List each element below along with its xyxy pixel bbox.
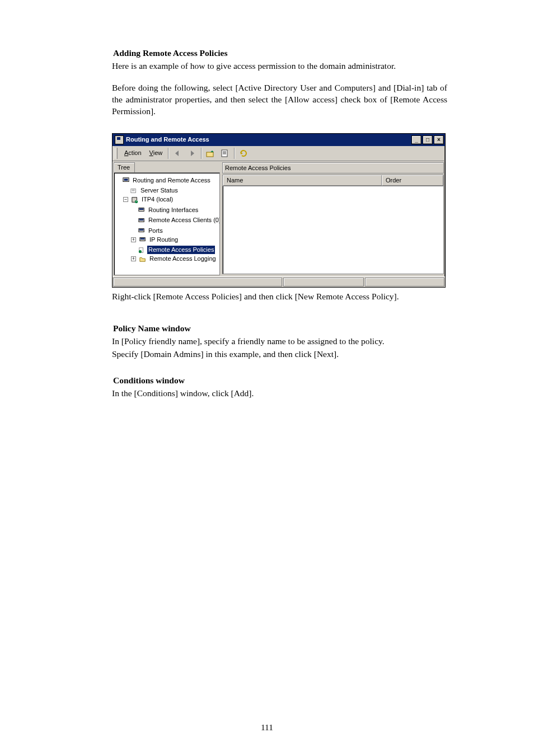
svg-rect-6	[124, 179, 128, 181]
clients-icon	[138, 217, 146, 224]
column-header-name[interactable]: Name	[223, 175, 382, 186]
right-pane-header: Remote Access Policies	[222, 162, 444, 174]
app-icon	[115, 135, 124, 144]
tree-host[interactable]: ITP4 (local)	[140, 195, 174, 204]
caption-right-click: Right-click [Remote Access Policies] and…	[112, 291, 447, 303]
tree-tab[interactable]: Tree	[114, 162, 135, 173]
page-number: 111	[0, 722, 534, 734]
status-bar	[113, 276, 445, 287]
para-policy-friendly-name: In [Policy friendly name], specify a fri…	[112, 336, 447, 348]
svg-rect-19	[140, 238, 145, 240]
server-status-icon	[130, 187, 138, 194]
svg-rect-0	[207, 152, 213, 157]
refresh-button[interactable]	[237, 147, 250, 159]
tree-ip-routing[interactable]: IP Routing	[148, 236, 179, 244]
window-title: Routing and Remote Access	[126, 135, 209, 144]
toolbar-grip-icon	[115, 148, 118, 159]
titlebar[interactable]: Routing and Remote Access _ □ ×	[113, 134, 445, 146]
para-before: Before doing the following, select [Acti…	[112, 82, 447, 118]
tree-routing-interfaces[interactable]: Routing Interfaces	[147, 206, 199, 214]
svg-rect-17	[139, 229, 144, 231]
menubar: Action View	[113, 146, 445, 161]
column-header-order[interactable]: Order	[382, 175, 443, 186]
tree-ra-policies[interactable]: Remote Access Policies	[147, 246, 215, 254]
para-conditions-add: In the [Conditions] window, click [Add].	[112, 388, 447, 400]
expander-plus-icon[interactable]: +	[131, 237, 136, 242]
svg-rect-15	[139, 219, 144, 220]
back-button[interactable]	[171, 147, 184, 159]
interfaces-icon	[138, 206, 146, 213]
minimize-button[interactable]: _	[411, 135, 421, 144]
arrow-left-icon	[173, 149, 182, 158]
ip-routing-icon	[139, 236, 147, 243]
folder-icon	[139, 256, 147, 262]
para-intro: Here is an example of how to give access…	[112, 60, 447, 72]
svg-point-11	[135, 200, 138, 203]
svg-rect-1	[222, 150, 227, 157]
console-root-icon	[122, 177, 130, 184]
ports-icon	[138, 227, 146, 234]
screenshot-rras-window: Routing and Remote Access _ □ × Action V…	[112, 133, 446, 288]
forward-button[interactable]	[185, 147, 199, 159]
tree-server-status[interactable]: Server Status	[139, 186, 179, 195]
toolbar-separator-icon	[234, 148, 235, 159]
svg-point-21	[139, 250, 142, 253]
properties-button[interactable]	[218, 147, 232, 159]
menu-action[interactable]: Action	[121, 148, 145, 158]
heading-adding-remote-access-policies: Adding Remote Access Policies	[113, 48, 447, 59]
tree-ports[interactable]: Ports	[147, 227, 164, 235]
expander-minus-icon[interactable]: −	[123, 197, 128, 202]
tree-ra-clients[interactable]: Remote Access Clients (0)	[147, 216, 220, 224]
list-view[interactable]: Name Order	[222, 175, 444, 274]
tree-ra-logging[interactable]: Remote Access Logging	[148, 255, 217, 263]
refresh-icon	[239, 149, 248, 158]
svg-rect-13	[139, 209, 144, 210]
arrow-right-icon	[188, 149, 196, 158]
properties-icon	[221, 149, 229, 158]
para-domain-admins: Specify [Domain Admins] in this example,…	[112, 349, 447, 360]
menu-view[interactable]: View	[146, 148, 166, 158]
close-button[interactable]: ×	[434, 135, 444, 144]
expander-plus-icon[interactable]: +	[131, 256, 136, 261]
up-button[interactable]	[204, 147, 217, 159]
heading-conditions-window: Conditions window	[113, 375, 447, 387]
tree-view[interactable]: Routing and Remote Access Server Status	[115, 174, 218, 263]
tree-root[interactable]: Routing and Remote Access	[132, 176, 212, 185]
toolbar-separator-icon	[168, 148, 168, 159]
policies-icon	[138, 247, 146, 253]
maximize-button[interactable]: □	[423, 135, 433, 144]
server-icon	[131, 196, 139, 203]
folder-up-icon	[206, 149, 215, 158]
toolbar-separator-icon	[201, 148, 202, 159]
heading-policy-name-window: Policy Name window	[113, 323, 447, 335]
